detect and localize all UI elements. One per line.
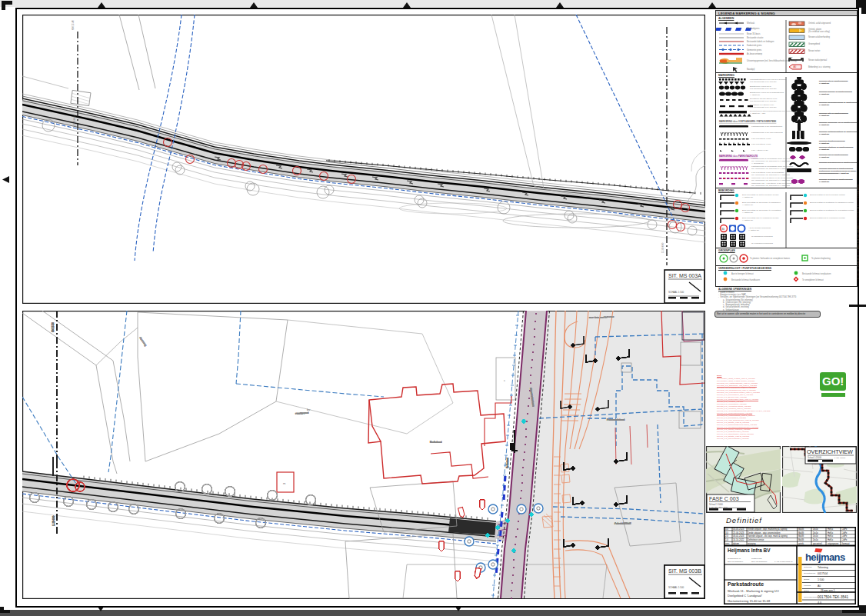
svg-text:Tekening bewegwijzering op asf: Tekening bewegwijzering op asfaltverhard… bbox=[819, 161, 857, 164]
svg-text:1.0: 1.0 bbox=[725, 538, 728, 541]
svg-text:0017504-TEK-3541: 0017504-TEK-3541 bbox=[818, 595, 849, 599]
svg-text:Te verwijderen bebording: Te verwijderen bebording bbox=[751, 242, 774, 245]
svg-text:15.50 000: 15.50 000 bbox=[52, 515, 55, 526]
svg-text:HeKo: HeKo bbox=[828, 528, 833, 531]
svg-text:Bord bevestigd op wal te breng: Bord bevestigd op wal te brengen portaal bbox=[810, 194, 845, 196]
svg-text:(± asfalt 30): (± asfalt 30) bbox=[819, 181, 829, 183]
svg-text:KM 15.40: KM 15.40 bbox=[72, 20, 75, 30]
svg-text:Groengebied: Groengebied bbox=[808, 42, 821, 45]
svg-text:HeKo: HeKo bbox=[828, 538, 833, 541]
svg-text:Te verwijderen lichtmast: Te verwijderen lichtmast bbox=[802, 278, 824, 281]
svg-text:type thermoplast (excl. blok 2: type thermoplast (excl. blok 20) bbox=[750, 100, 777, 102]
svg-text:(± asfalt 30): (± asfalt 30) bbox=[819, 93, 829, 95]
svg-text:FASE C 003: FASE C 003 bbox=[709, 496, 739, 501]
svg-text:Heijmans Infra BV: Heijmans Infra BV bbox=[728, 548, 771, 554]
svg-text:(± asfalt 30): (± asfalt 30) bbox=[819, 142, 829, 145]
svg-text:Bestaande lichtmast verplaatse: Bestaande lichtmast verplaatsen bbox=[802, 272, 831, 275]
svg-text:Kadastrale grens: Kadastrale grens bbox=[747, 44, 762, 47]
svg-text:Gemeente grens: Gemeente grens bbox=[747, 48, 762, 52]
svg-text:DeJo: DeJo bbox=[813, 538, 818, 541]
svg-text:Onttrek. asfalt uitgevoerd: Onttrek. asfalt uitgevoerd bbox=[808, 22, 831, 25]
svg-text:JaPe: JaPe bbox=[842, 531, 848, 534]
svg-text:(± asfalt 30): (± asfalt 30) bbox=[750, 94, 760, 96]
svg-text:05-05-2023: 05-05-2023 bbox=[733, 528, 744, 531]
svg-text:Gecontroleerd: Gecontroleerd bbox=[804, 572, 816, 574]
svg-text:5246 JR Rosmalen: 5246 JR Rosmalen bbox=[751, 561, 768, 563]
svg-text:HeKo: HeKo bbox=[828, 534, 833, 538]
svg-text:Nieuw trottoir: Nieuw trottoir bbox=[808, 49, 820, 52]
svg-text:4.0: 4.0 bbox=[725, 528, 728, 531]
svg-text:MaWi: MaWi bbox=[798, 528, 804, 531]
svg-text:(± asfalt 30): (± asfalt 30) bbox=[819, 104, 829, 106]
svg-text:incl. profilering 0.30, gekleu: incl. profilering 0.30, gekleurd t.o.v. … bbox=[751, 185, 791, 187]
svg-text:SIT. MS 003B: SIT. MS 003B bbox=[668, 568, 701, 574]
svg-text:DeJo: DeJo bbox=[813, 528, 818, 531]
svg-text:2.0: 2.0 bbox=[725, 534, 728, 538]
svg-text:Te planten beplanting: Te planten beplanting bbox=[811, 257, 831, 260]
svg-text:bv: bv bbox=[307, 408, 310, 411]
svg-text:Derde uitgave - wijz. groenstr: Derde uitgave - wijz. groenstroken bbox=[748, 531, 781, 534]
svg-text:0.50-0.50 streep (0.30): 0.50-0.50 streep (0.30) bbox=[751, 143, 771, 145]
svg-text:Vierde uitgave - wijz. markeri: Vierde uitgave - wijz. markering & signi… bbox=[748, 528, 788, 531]
svg-text:(± asfalt 30): (± asfalt 30) bbox=[819, 133, 829, 135]
svg-text:Nieuw viaductportaal: Nieuw viaductportaal bbox=[808, 58, 828, 62]
svg-text:30: 30 bbox=[721, 228, 724, 231]
svg-text:type thermoplast (excl. blok 2: type thermoplast (excl. blok 20) bbox=[750, 88, 777, 90]
svg-text:JaPe: JaPe bbox=[842, 534, 848, 538]
svg-text:Formaat: Formaat bbox=[804, 584, 811, 587]
svg-text:Bestaande lichtmast handhaven: Bestaande lichtmast handhaven bbox=[731, 278, 760, 281]
svg-text:heijmans: heijmans bbox=[805, 551, 845, 563]
svg-text:(± asfalt 30): (± asfalt 30) bbox=[819, 82, 829, 85]
svg-text:Kerkstraat: Kerkstraat bbox=[506, 458, 509, 468]
svg-text:Tekening: Tekening bbox=[818, 566, 828, 569]
svg-text:15.60 000: 15.60 000 bbox=[661, 242, 664, 253]
svg-text:Aan te brengen lichtmast: Aan te brengen lichtmast bbox=[731, 272, 754, 275]
svg-text:aanpassingshandeling (± asfalt: aanpassingshandeling (± asfalt 30) bbox=[819, 172, 849, 175]
svg-text:1:500: 1:500 bbox=[818, 578, 824, 581]
svg-text:0 500 1000m: 0 500 1000m bbox=[834, 457, 845, 458]
svg-text:(± asfalt 30): (± asfalt 30) bbox=[819, 124, 829, 126]
svg-text:Werkvakgrens: Werkvakgrens bbox=[747, 27, 760, 30]
svg-text:28 mm, pen 1: 28 mm, pen 1 bbox=[821, 589, 835, 592]
svg-text:Te planten / behouden en verwi: Te planten / behouden en verwijderen bom… bbox=[750, 257, 790, 260]
svg-text:Werkvak: Werkvak bbox=[747, 22, 755, 25]
svg-text:As-bouw ontwerp: As-bouw ontwerp bbox=[747, 52, 763, 55]
svg-text:Kantmarkering (0.30) doorgetro: Kantmarkering (0.30) doorgetrokken bbox=[751, 125, 783, 128]
svg-text:(Zie infoblad voor uitleg): (Zie infoblad voor uitleg) bbox=[808, 30, 830, 33]
svg-text:incl. profilering 0.30, gekleu: incl. profilering 0.30, gekleurd t.o.v. … bbox=[751, 168, 791, 170]
svg-text:Bestaande kabels en leidingen: Bestaande kabels en leidingen bbox=[747, 40, 774, 43]
svg-text:Kantmarkering (0.30) blok-mark: Kantmarkering (0.30) blok-markering bbox=[751, 132, 783, 134]
svg-text:Status: Status bbox=[804, 590, 810, 592]
svg-text:Deelgebied C 'Landgraaf': Deelgebied C 'Landgraaf' bbox=[728, 594, 762, 598]
svg-text:MARKERING t.b.v. VOETGANGERS /: MARKERING t.b.v. VOETGANGERS / FIETSOVER… bbox=[719, 120, 776, 123]
svg-text:Bord bevestigd op bestaande te: Bord bevestigd op bestaande te verplaats… bbox=[810, 209, 854, 211]
svg-text:(± asfalt 30) ± 150: (± asfalt 30) ± 150 bbox=[750, 112, 766, 115]
svg-text:Patronaatstraat: Patronaatstraat bbox=[607, 418, 625, 421]
svg-text:Kerkstraat: Kerkstraat bbox=[430, 441, 442, 444]
svg-text:Bord bevestigd op bestaande te: Bord bevestigd op bestaande te handhaven… bbox=[810, 201, 854, 204]
svg-text:JaPe: JaPe bbox=[842, 528, 848, 531]
svg-text:Tekeningnummer: Tekeningnummer bbox=[804, 596, 818, 598]
svg-text:03-02-2023: 03-02-2023 bbox=[733, 534, 744, 538]
svg-text:HeKo: HeKo bbox=[828, 531, 833, 534]
svg-text:Werkvak 11 - Markering & signi: Werkvak 11 - Markering & signing UO bbox=[728, 589, 779, 593]
svg-text:3.0: 3.0 bbox=[725, 531, 728, 534]
svg-text:(± datum 30): (± datum 30) bbox=[742, 204, 753, 206]
svg-text:OVERZICHTVIEW: OVERZICHTVIEW bbox=[807, 448, 853, 455]
svg-text:21-04-2023: 21-04-2023 bbox=[733, 531, 744, 534]
svg-text:JaPe: JaPe bbox=[842, 538, 848, 541]
svg-text:Schaal: Schaal bbox=[804, 578, 810, 581]
svg-text:Definitieve versie: Definitieve versie bbox=[748, 538, 764, 541]
svg-text:1.50-0.50 streep (0.30): 1.50-0.50 streep (0.30) bbox=[751, 138, 771, 140]
svg-text:Bestaande situatie: Bestaande situatie bbox=[747, 36, 764, 39]
svg-text:(± datum 30): (± datum 30) bbox=[742, 219, 753, 221]
svg-text:Hectometrering 15.40 tot 15.68: Hectometrering 15.40 tot 15.68 bbox=[728, 599, 771, 603]
svg-text:DeJo: DeJo bbox=[813, 531, 818, 534]
svg-text:DeJo: DeJo bbox=[813, 534, 818, 538]
svg-text:0 50 100 200 300m: 0 50 100 200 300m bbox=[709, 506, 728, 508]
svg-text:15.40 000: 15.40 000 bbox=[73, 115, 76, 126]
svg-text:Schaal 1:25000: Schaal 1:25000 bbox=[808, 456, 822, 459]
svg-text:(± asfalt 30): (± asfalt 30) bbox=[819, 156, 829, 158]
svg-text:Blad: Blad bbox=[804, 602, 808, 604]
svg-text:(± asfalt 30): (± asfalt 30) bbox=[819, 115, 829, 117]
